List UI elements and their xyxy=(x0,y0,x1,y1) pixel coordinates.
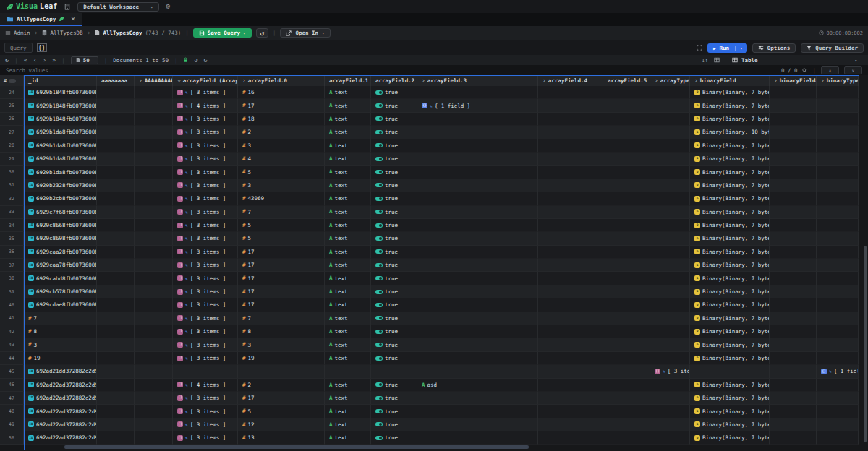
edit-pencil-icon[interactable]: ✎ xyxy=(185,210,188,215)
cell-arrayField.0[interactable]: #16 xyxy=(238,86,325,99)
edit-pencil-icon[interactable]: ✎ xyxy=(185,276,188,281)
cell-arrayField.3[interactable] xyxy=(417,431,538,444)
column-header-arrayField.2[interactable]: arrayField.2 xyxy=(371,75,417,86)
edit-pencil-icon[interactable]: ✎ xyxy=(185,223,188,228)
cell-arrayField.5[interactable] xyxy=(603,153,650,166)
cell-binaryType[interactable] xyxy=(817,113,859,126)
cell-binaryField[interactable]: bBinary(Binary, 7 bytes) xyxy=(690,179,770,192)
edit-pencil-icon[interactable]: ✎ xyxy=(829,369,832,374)
cell-binaryFieldasd[interactable] xyxy=(770,298,817,312)
row-number[interactable]: 32 xyxy=(0,192,24,205)
cell-AAAAAAAAA[interactable] xyxy=(135,392,173,405)
cell-AAAAAAAAA[interactable] xyxy=(135,352,173,365)
edit-pencil-icon[interactable]: ✎ xyxy=(185,289,188,294)
cell-arrayField.1[interactable]: Atext xyxy=(325,352,371,365)
cell-binaryField[interactable]: bBinary(Binary, 7 bytes) xyxy=(690,246,770,259)
cell-arrayField.3[interactable] xyxy=(417,392,538,405)
cell-binaryType[interactable] xyxy=(817,379,859,392)
cell-arrayField.4[interactable] xyxy=(538,179,603,192)
cell-AAAAAAAAA[interactable] xyxy=(135,246,173,259)
cell-arrayField.0[interactable]: #7 xyxy=(238,206,325,219)
cell-arrayField.0[interactable]: #3 xyxy=(238,139,325,153)
edit-pencil-icon[interactable]: ✎ xyxy=(185,236,188,241)
cell-arrayField.0[interactable]: #17 xyxy=(238,298,325,312)
cell-arrayField.1[interactable]: Atext xyxy=(325,206,371,219)
chevron-right-icon[interactable]: › xyxy=(655,78,658,84)
cell-binaryField[interactable]: bBinary(Binary, 7 bytes) xyxy=(690,285,770,298)
cell-arrayField.0[interactable]: #17 xyxy=(238,392,325,405)
cell-arrayField.3[interactable] xyxy=(417,113,538,126)
edit-pencil-icon[interactable]: ✎ xyxy=(185,262,188,267)
cell-_id[interactable]: ID6929caa28fb007360084b0d5 xyxy=(24,246,97,259)
cell-arrayField.4[interactable] xyxy=(538,259,603,272)
row-number[interactable]: 36 xyxy=(0,246,24,259)
edit-pencil-icon[interactable]: ✎ xyxy=(185,435,188,440)
edit-pencil-icon[interactable]: ✎ xyxy=(185,395,188,400)
cell-binaryType[interactable] xyxy=(817,166,859,179)
cell-AAAAAAAAA[interactable] xyxy=(135,126,173,139)
save-query-button[interactable]: Save Query ▾ xyxy=(193,28,252,38)
cell-binaryType[interactable] xyxy=(817,272,859,285)
cell-arrayField.5[interactable] xyxy=(603,405,650,418)
cell-arrayField.4[interactable] xyxy=(538,99,603,112)
cell-binaryFieldasd[interactable] xyxy=(770,166,817,179)
cell-arrayType[interactable] xyxy=(650,405,690,418)
cell-binaryFieldasd[interactable] xyxy=(770,232,817,245)
cell-arrayField.1[interactable]: Atext xyxy=(325,405,371,418)
cell-binaryField[interactable]: bBinary(Binary, 7 bytes) xyxy=(690,153,770,166)
cell-arrayField.0[interactable]: #5 xyxy=(238,219,325,232)
cell-binaryField[interactable]: bBinary(Binary, 7 bytes) xyxy=(690,219,770,232)
cell-arrayField.2[interactable]: true xyxy=(371,259,417,272)
cell-arrayField.3[interactable] xyxy=(417,139,538,153)
cell-arrayType[interactable] xyxy=(650,259,690,272)
horizontal-scrollbar[interactable] xyxy=(25,445,859,450)
cell-arrayField (Array)[interactable]: []✎[ 4 items ] xyxy=(173,99,238,112)
cell-arrayField.1[interactable]: Atext xyxy=(325,259,371,272)
cell-_id[interactable]: ID6929c8698fb007360084b0d4 xyxy=(24,232,97,245)
cell-_id[interactable]: ID6929b1848fb007360084af9b xyxy=(24,86,97,99)
cell-arrayField.1[interactable]: Atext xyxy=(325,325,371,338)
cell-binaryType[interactable]: {}✎{ 1 field } xyxy=(817,365,859,378)
row-number[interactable]: 29 xyxy=(0,153,24,166)
cell-arrayField.3[interactable] xyxy=(417,219,538,232)
cell-binaryType[interactable] xyxy=(817,153,859,166)
edit-pencil-icon[interactable]: ✎ xyxy=(185,316,188,321)
cell-binaryFieldasd[interactable] xyxy=(770,113,817,126)
cell-binaryType[interactable] xyxy=(817,405,859,418)
edit-pencil-icon[interactable]: ✎ xyxy=(185,356,188,361)
cell-arrayField (Array)[interactable]: []✎[ 3 items ] xyxy=(173,179,238,192)
cell-arrayField.3[interactable] xyxy=(417,192,538,205)
cell-binaryFieldasd[interactable] xyxy=(770,285,817,298)
cell-arrayType[interactable] xyxy=(650,352,690,365)
row-number[interactable]: 39 xyxy=(0,285,24,298)
table-settings-icon[interactable] xyxy=(714,57,720,63)
cell-binaryFieldasd[interactable] xyxy=(770,338,817,351)
row-number[interactable]: 26 xyxy=(0,113,24,126)
cell-arrayField.3[interactable] xyxy=(417,232,538,245)
cell-AAAAAAAAA[interactable] xyxy=(135,166,173,179)
cell-binaryField[interactable]: bBinary(Binary, 7 bytes) xyxy=(690,405,770,418)
cell-arrayField.2[interactable]: true xyxy=(371,405,417,418)
cell-binaryField[interactable]: bBinary(Binary, 7 bytes) xyxy=(690,206,770,219)
cell-arrayField.0[interactable]: #17 xyxy=(238,246,325,259)
cell-arrayField (Array)[interactable]: []✎[ 3 items ] xyxy=(173,325,238,338)
cell-_id[interactable]: ID692ad22ad372882c2d9e08b6 xyxy=(24,431,97,444)
cell-arrayField.0[interactable]: #2 xyxy=(238,379,325,392)
cell-arrayField.0[interactable]: #2 xyxy=(238,126,325,139)
row-number[interactable]: 48 xyxy=(0,405,24,418)
cell-arrayType[interactable] xyxy=(650,139,690,153)
cell-arrayField (Array)[interactable]: []✎[ 3 items ] xyxy=(173,206,238,219)
cell-arrayField.1[interactable] xyxy=(325,365,371,378)
column-header-binaryFieldasd[interactable]: ›binaryFieldasd xyxy=(770,75,817,86)
column-header-binaryType[interactable]: ›binaryType xyxy=(817,75,859,86)
cell-binaryField[interactable]: bBinary(Binary, 7 bytes) xyxy=(690,325,770,338)
row-number[interactable]: 25 xyxy=(0,99,24,112)
refresh-icon[interactable]: ↻ xyxy=(5,57,9,64)
edit-pencil-icon[interactable]: ✎ xyxy=(185,329,188,334)
cell-arrayField.1[interactable]: Atext xyxy=(325,219,371,232)
cell-AAAAAAAAA[interactable] xyxy=(135,405,173,418)
cell-AAAAAAAAA[interactable] xyxy=(135,272,173,285)
cell-arrayField (Array)[interactable]: []✎[ 3 items ] xyxy=(173,126,238,139)
query-history-button[interactable]: ↺ xyxy=(256,28,268,38)
cell-arrayField (Array)[interactable]: []✎[ 3 items ] xyxy=(173,418,238,431)
